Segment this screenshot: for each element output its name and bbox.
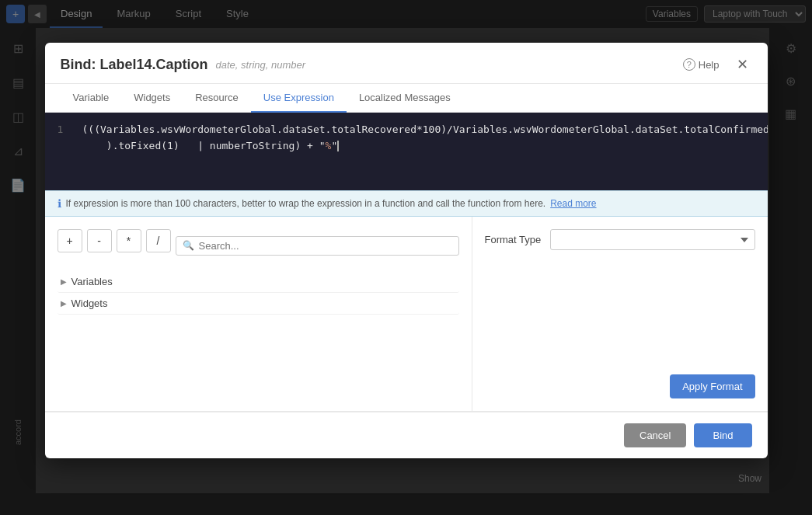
help-button[interactable]: ? Help: [677, 55, 726, 74]
help-icon: ?: [683, 58, 695, 71]
tree-arrow-variables: ▶: [61, 277, 67, 286]
tree-arrow-widgets: ▶: [61, 299, 67, 308]
tree-section: ▶ Variables ▶ Widgets: [58, 271, 459, 315]
search-icon: 🔍: [183, 240, 194, 251]
dialog-body: + - * / 🔍 ▶ Variables ▶ Widgets: [45, 217, 768, 411]
info-message: If expression is more than 100 character…: [66, 198, 546, 209]
format-type-row: Format Type: [485, 229, 755, 250]
tree-label-variables: Variables: [71, 276, 113, 287]
search-box: 🔍: [176, 236, 459, 256]
apply-format-button[interactable]: Apply Format: [670, 374, 754, 398]
cancel-button[interactable]: Cancel: [624, 423, 686, 447]
info-icon: ℹ: [58, 197, 61, 210]
tab-resource[interactable]: Resource: [183, 84, 251, 113]
tab-variable[interactable]: Variable: [61, 84, 122, 113]
bind-button[interactable]: Bind: [694, 423, 751, 447]
code-line-1: (((Variables.wsvWordometerGlobal.dataSet…: [82, 122, 768, 138]
dialog-subtitle: date, string, number: [216, 59, 306, 71]
close-button[interactable]: ✕: [734, 55, 752, 74]
line-number: 1: [58, 122, 70, 181]
dialog-header: Bind: Label14.Caption date, string, numb…: [45, 43, 768, 84]
tab-widgets[interactable]: Widgets: [121, 84, 183, 113]
format-type-select[interactable]: [550, 229, 754, 250]
dialog-footer: Cancel Bind: [45, 412, 768, 458]
dialog-tabs: Variable Widgets Resource Use Expression…: [45, 84, 768, 113]
help-label: Help: [699, 59, 720, 71]
op-minus-button[interactable]: -: [87, 229, 112, 252]
dialog-title: Bind: Label14.Caption: [61, 57, 208, 73]
code-content[interactable]: (((Variables.wsvWordometerGlobal.dataSet…: [82, 122, 768, 181]
op-multiply-button[interactable]: *: [117, 229, 141, 252]
dialog: Bind: Label14.Caption date, string, numb…: [45, 43, 768, 458]
tree-label-widgets: Widgets: [71, 298, 108, 309]
info-bar: ℹ If expression is more than 100 charact…: [45, 190, 768, 217]
tree-item-variables[interactable]: ▶ Variables: [58, 271, 459, 293]
left-panel: + - * / 🔍 ▶ Variables ▶ Widgets: [45, 217, 472, 411]
read-more-link[interactable]: Read more: [550, 198, 596, 209]
op-plus-button[interactable]: +: [58, 229, 82, 252]
tab-localized-messages[interactable]: Localized Messages: [347, 84, 463, 113]
right-format-panel: Format Type Apply Format: [472, 217, 768, 411]
tree-item-widgets[interactable]: ▶ Widgets: [58, 293, 459, 315]
code-editor: 1 (((Variables.wsvWordometerGlobal.dataS…: [45, 113, 768, 190]
format-type-label: Format Type: [485, 234, 542, 245]
search-input[interactable]: [199, 240, 452, 252]
tab-use-expression[interactable]: Use Expression: [251, 84, 347, 113]
op-divide-button[interactable]: /: [146, 229, 171, 252]
code-line-2: ).toFixed(1) | numberToString) + "%": [82, 138, 768, 155]
operators-row: + - * /: [58, 229, 171, 252]
